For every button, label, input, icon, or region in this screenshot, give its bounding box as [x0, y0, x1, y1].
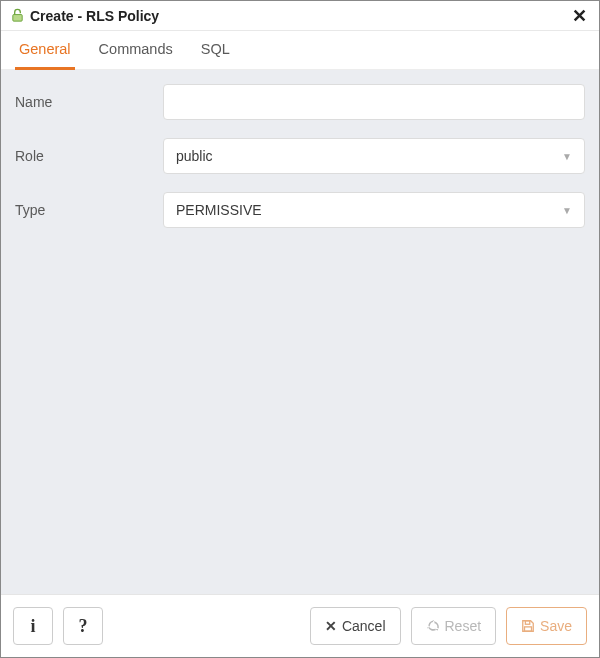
- cancel-button-label: Cancel: [342, 618, 386, 634]
- help-button[interactable]: ?: [63, 607, 103, 645]
- chevron-down-icon: ▼: [562, 205, 572, 216]
- type-select-value: PERMISSIVE: [176, 202, 562, 218]
- reset-button-label: Reset: [445, 618, 482, 634]
- name-label: Name: [15, 94, 163, 110]
- tab-general[interactable]: General: [15, 31, 75, 70]
- svg-rect-0: [12, 15, 21, 22]
- save-button-label: Save: [540, 618, 572, 634]
- role-label: Role: [15, 148, 163, 164]
- question-icon: ?: [79, 616, 88, 637]
- tab-sql[interactable]: SQL: [197, 31, 234, 70]
- role-select[interactable]: public ▼: [163, 138, 585, 174]
- create-rls-policy-dialog: Create - RLS Policy ✕ General Commands S…: [0, 0, 600, 658]
- close-icon: ✕: [325, 618, 337, 634]
- dialog-footer: i ? ✕ Cancel Reset: [1, 594, 599, 657]
- dialog-tabs: General Commands SQL: [1, 31, 599, 70]
- close-icon[interactable]: ✕: [568, 5, 591, 27]
- save-icon: [521, 619, 535, 633]
- info-button[interactable]: i: [13, 607, 53, 645]
- svg-rect-1: [525, 627, 532, 631]
- field-row-name: Name: [15, 84, 585, 120]
- type-label: Type: [15, 202, 163, 218]
- name-input[interactable]: [163, 84, 585, 120]
- recycle-icon: [426, 619, 440, 633]
- cancel-button[interactable]: ✕ Cancel: [310, 607, 401, 645]
- info-icon: i: [30, 616, 35, 637]
- field-row-type: Type PERMISSIVE ▼: [15, 192, 585, 228]
- reset-button[interactable]: Reset: [411, 607, 497, 645]
- lock-icon: [9, 8, 25, 24]
- dialog-content: Name Role public ▼ Type PERMISSIVE ▼: [1, 70, 599, 594]
- dialog-title: Create - RLS Policy: [30, 8, 159, 24]
- role-select-value: public: [176, 148, 562, 164]
- dialog-titlebar: Create - RLS Policy ✕: [1, 1, 599, 31]
- svg-rect-2: [525, 621, 529, 625]
- save-button[interactable]: Save: [506, 607, 587, 645]
- tab-commands[interactable]: Commands: [95, 31, 177, 70]
- field-row-role: Role public ▼: [15, 138, 585, 174]
- chevron-down-icon: ▼: [562, 151, 572, 162]
- type-select[interactable]: PERMISSIVE ▼: [163, 192, 585, 228]
